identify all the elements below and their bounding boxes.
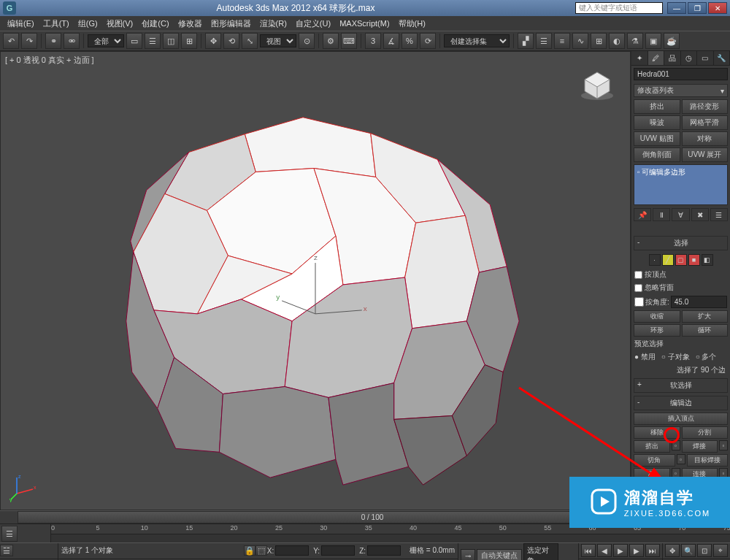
select-button[interactable]: ▭	[126, 33, 142, 49]
menu-tools[interactable]: 工具(T)	[39, 18, 74, 29]
mod-symmetry[interactable]: 对称	[682, 131, 729, 146]
btn-shrink[interactable]: 收缩	[634, 310, 680, 323]
tab-motion[interactable]: ◷	[681, 51, 698, 65]
render-button[interactable]: ☕	[664, 33, 680, 49]
schematic-button[interactable]: ⊞	[591, 33, 607, 49]
menu-customize[interactable]: 自定义(U)	[291, 18, 335, 29]
viewport[interactable]: [ + 0 透视 0 真实 + 边面 ] x y z	[0, 51, 631, 510]
menu-modifiers[interactable]: 修改器	[174, 18, 207, 29]
btn-insertvertex[interactable]: 插入顶点	[634, 413, 728, 425]
subobj-element[interactable]: ◧	[702, 254, 713, 266]
mod-noise[interactable]: 噪波	[634, 115, 680, 130]
rotate-button[interactable]: ⟲	[223, 33, 239, 49]
menu-edit[interactable]: 编辑(E)	[3, 18, 39, 29]
mod-extrude[interactable]: 挤出	[634, 99, 680, 114]
coord-y-field[interactable]	[321, 545, 355, 556]
named-selection-set[interactable]: 创建选择集	[444, 34, 510, 47]
layers-button[interactable]: ≡	[554, 33, 570, 49]
btn-grow[interactable]: 扩大	[682, 310, 729, 323]
stack-config-button[interactable]: ☰	[710, 208, 728, 221]
mod-pathdeform[interactable]: 路径变形	[682, 99, 729, 114]
percent-snap-button[interactable]: %	[402, 33, 418, 49]
nav-fov-button[interactable]: ⌖	[713, 544, 728, 557]
scale-button[interactable]: ⤡	[242, 33, 258, 49]
mod-meshsmooth[interactable]: 网格平滑	[682, 115, 729, 130]
stack-editablepoly[interactable]: ▫ 可编辑多边形	[636, 166, 726, 178]
pivot-button[interactable]: ⊙	[299, 33, 315, 49]
modifier-stack[interactable]: ▫ 可编辑多边形	[634, 164, 728, 205]
btn-weld-settings[interactable]: ▫	[719, 440, 728, 450]
lock-selection-button[interactable]: 🔒	[244, 545, 256, 556]
angle-snap-button[interactable]: ∡	[383, 33, 399, 49]
spinner-snap-button[interactable]: ⟳	[420, 33, 436, 49]
redo-button[interactable]: ↷	[21, 33, 37, 49]
radio-disable[interactable]: ● 禁用	[634, 352, 656, 362]
keymode-button[interactable]: ⌨	[341, 33, 357, 49]
btn-split[interactable]: 分割	[682, 426, 729, 439]
angle-field[interactable]: 45.0	[671, 296, 727, 308]
rollout-selection[interactable]: 选择	[634, 236, 728, 250]
window-crossing-button[interactable]: ⊞	[181, 33, 197, 49]
btn-extrude[interactable]: 挤出	[634, 440, 670, 453]
modifier-list-dropdown[interactable]: 修改器列表▾	[634, 84, 728, 97]
viewcube[interactable]	[579, 66, 615, 103]
coord-x-field[interactable]	[275, 545, 309, 556]
check-ignoreback[interactable]: 忽略背面	[634, 283, 727, 293]
keymode-field[interactable]: 选定对象	[523, 543, 558, 560]
btn-chamfer-settings[interactable]: ▫	[677, 454, 685, 464]
menu-maxscript[interactable]: MAXScript(M)	[335, 19, 393, 28]
btn-weld[interactable]: 焊接	[682, 440, 718, 453]
next-frame-button[interactable]: ▶	[629, 544, 644, 557]
goto-start-button[interactable]: ⏮	[581, 544, 596, 557]
render-frame-button[interactable]: ▣	[645, 33, 661, 49]
render-setup-button[interactable]: ⚗	[627, 33, 643, 49]
check-byangle[interactable]	[634, 297, 644, 307]
material-button[interactable]: ◐	[609, 33, 625, 49]
snap-button[interactable]: 3	[365, 33, 381, 49]
stack-pin-button[interactable]: 📌	[634, 208, 651, 221]
menu-help[interactable]: 帮助(H)	[394, 18, 430, 29]
mod-uvwmap[interactable]: UVW 贴图	[634, 131, 680, 146]
curve-editor-button[interactable]: ∿	[572, 33, 588, 49]
btn-loop[interactable]: 循环	[682, 324, 729, 337]
maxscript-mini-button[interactable]: ☱	[0, 545, 13, 556]
menu-graph[interactable]: 图形编辑器	[207, 18, 256, 29]
link-button[interactable]: ⚭	[45, 33, 61, 49]
tab-display[interactable]: ▭	[697, 51, 714, 65]
btn-targetweld[interactable]: 目标焊接	[687, 454, 729, 467]
nav-zoom-button[interactable]: 🔍	[681, 544, 696, 557]
radio-multi[interactable]: ○ 多个	[696, 352, 717, 362]
undo-button[interactable]: ↶	[3, 33, 19, 49]
align-button[interactable]: ☰	[536, 33, 552, 49]
restore-button[interactable]: ❐	[688, 2, 707, 14]
subobj-vertex[interactable]: ·	[649, 254, 661, 266]
menu-create[interactable]: 创建(C)	[137, 18, 173, 29]
isolate-button[interactable]: ⬚	[256, 545, 267, 556]
menu-group[interactable]: 组(G)	[74, 18, 102, 29]
check-byvertex[interactable]: 按顶点	[634, 269, 727, 280]
nav-zoomall-button[interactable]: ⊡	[697, 544, 712, 557]
subobj-edge[interactable]: ╱	[662, 254, 674, 266]
close-button[interactable]: ✕	[708, 2, 727, 14]
nav-pan-button[interactable]: ✥	[665, 544, 680, 557]
mod-uvwunwrap[interactable]: UVW 展开	[682, 147, 729, 162]
subobj-polygon[interactable]: ■	[688, 254, 700, 266]
tab-modify[interactable]: 🖉	[648, 51, 665, 65]
goto-end-button[interactable]: ⏭	[645, 544, 660, 557]
stack-remove-button[interactable]: ✖	[691, 208, 709, 221]
menu-render[interactable]: 渲染(R)	[256, 18, 291, 29]
btn-chamfer[interactable]: 切角	[634, 454, 675, 467]
trackbar-toggle[interactable]: ☰	[1, 526, 18, 542]
stack-showend-button[interactable]: Ⅱ	[653, 208, 670, 221]
mod-bevelprofile[interactable]: 倒角剖面	[634, 147, 680, 162]
tab-hierarchy[interactable]: 品	[664, 51, 681, 65]
btn-ring[interactable]: 环形	[634, 324, 680, 337]
play-button[interactable]: ▶	[613, 544, 628, 557]
key-toggle-button[interactable]: ⊸	[461, 549, 475, 560]
minimize-button[interactable]: —	[667, 2, 686, 14]
btn-remove[interactable]: 移除	[634, 426, 680, 439]
menu-view[interactable]: 视图(V)	[102, 18, 138, 29]
selection-filter[interactable]: 全部	[88, 34, 124, 47]
subobj-border[interactable]: ▢	[675, 254, 687, 266]
select-name-button[interactable]: ☰	[145, 33, 161, 49]
